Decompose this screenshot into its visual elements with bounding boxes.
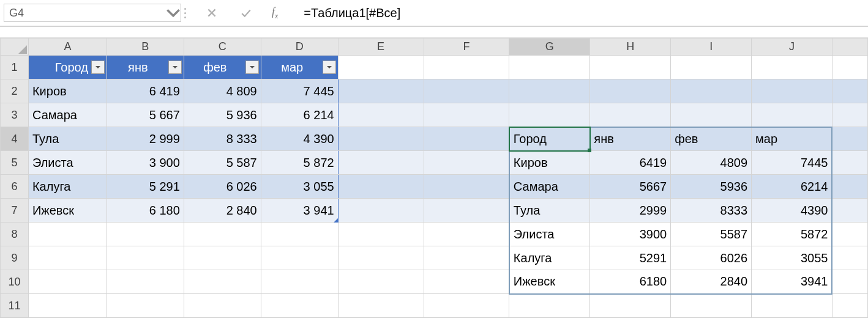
cell[interactable] — [832, 151, 867, 175]
cell[interactable]: 3 900 — [107, 151, 184, 175]
cell[interactable]: 6180 — [590, 270, 671, 294]
cell[interactable] — [184, 270, 261, 294]
cell[interactable] — [832, 199, 867, 223]
cell[interactable] — [832, 79, 867, 103]
cell[interactable] — [509, 103, 590, 127]
row-header-1[interactable]: 1 — [1, 56, 29, 79]
cell-G4-active[interactable]: Город — [509, 127, 590, 151]
cell[interactable] — [424, 199, 509, 223]
cell[interactable]: Киров — [509, 151, 590, 175]
cell[interactable] — [424, 294, 509, 318]
cell[interactable]: 6 180 — [107, 199, 184, 223]
cell[interactable]: 5872 — [752, 223, 832, 246]
cell[interactable]: 6 419 — [107, 79, 184, 103]
cell[interactable] — [338, 103, 424, 127]
col-header-F[interactable]: F — [424, 39, 509, 56]
cell[interactable] — [590, 56, 671, 79]
cell[interactable] — [28, 223, 107, 246]
cell[interactable] — [338, 79, 424, 103]
cell[interactable]: 8333 — [671, 199, 752, 223]
cell[interactable] — [261, 294, 338, 318]
row-header-8[interactable]: 8 — [1, 223, 29, 246]
cell[interactable] — [752, 103, 832, 127]
cell[interactable] — [509, 56, 590, 79]
cell[interactable]: Ижевск — [509, 270, 590, 294]
cell[interactable]: 5667 — [590, 175, 671, 199]
cell[interactable] — [338, 151, 424, 175]
cell[interactable] — [424, 246, 509, 270]
cell[interactable]: Киров — [28, 79, 107, 103]
row-header-6[interactable]: 6 — [1, 175, 29, 199]
fx-icon[interactable]: fx — [272, 6, 278, 21]
row-header-5[interactable]: 5 — [1, 151, 29, 175]
cell[interactable]: 7445 — [752, 151, 832, 175]
cell[interactable] — [424, 151, 509, 175]
cell[interactable]: янв — [590, 127, 671, 151]
cell[interactable] — [338, 223, 424, 246]
cell[interactable]: 3 055 — [261, 175, 338, 199]
cell[interactable] — [338, 294, 424, 318]
cell[interactable] — [752, 79, 832, 103]
cell[interactable]: 4390 — [752, 199, 832, 223]
cell[interactable] — [832, 175, 867, 199]
cell[interactable] — [338, 270, 424, 294]
col-header-I[interactable]: I — [671, 39, 752, 56]
cell[interactable] — [338, 175, 424, 199]
cell[interactable] — [832, 270, 867, 294]
cell[interactable] — [261, 246, 338, 270]
cell[interactable]: 5 872 — [261, 151, 338, 175]
cell[interactable] — [28, 270, 107, 294]
col-header-C[interactable]: C — [184, 39, 261, 56]
table-header-city[interactable]: Город — [28, 56, 107, 79]
table-header-jan[interactable]: янв — [107, 56, 184, 79]
cell[interactable]: 7 445 — [261, 79, 338, 103]
cell[interactable] — [832, 103, 867, 127]
cell[interactable]: 2 840 — [184, 199, 261, 223]
cell[interactable]: Калуга — [28, 175, 107, 199]
worksheet[interactable]: A B C D E F G H I J 1 Город янв фев мар … — [0, 38, 868, 324]
cell[interactable]: 4809 — [671, 151, 752, 175]
cell[interactable]: Тула — [509, 199, 590, 223]
table-header-feb[interactable]: фев — [184, 56, 261, 79]
filter-dropdown-icon[interactable] — [245, 61, 259, 74]
col-header-H[interactable]: H — [590, 39, 671, 56]
cell[interactable] — [832, 127, 867, 151]
cell[interactable] — [671, 103, 752, 127]
cell[interactable]: 5 936 — [184, 103, 261, 127]
cell[interactable] — [107, 294, 184, 318]
cell[interactable]: Тула — [28, 127, 107, 151]
col-header-E[interactable]: E — [338, 39, 424, 56]
row-header-4[interactable]: 4 — [1, 127, 29, 151]
cell[interactable] — [671, 56, 752, 79]
cell[interactable]: 5587 — [671, 223, 752, 246]
cell[interactable]: 3 941 — [261, 199, 338, 223]
cell[interactable] — [107, 223, 184, 246]
cell[interactable] — [832, 294, 867, 318]
cell[interactable]: Самара — [509, 175, 590, 199]
cell[interactable] — [424, 103, 509, 127]
cell[interactable]: 5 667 — [107, 103, 184, 127]
cell[interactable] — [424, 79, 509, 103]
formula-bar-grip-icon[interactable] — [181, 0, 189, 26]
cell[interactable]: Ижевск — [28, 199, 107, 223]
cell[interactable] — [671, 294, 752, 318]
cell[interactable] — [424, 270, 509, 294]
cell[interactable]: 2999 — [590, 199, 671, 223]
cell[interactable] — [424, 175, 509, 199]
formula-input[interactable]: =Таблица1[#Все] — [293, 0, 868, 26]
cell[interactable]: 2 999 — [107, 127, 184, 151]
cell[interactable]: Элиста — [509, 223, 590, 246]
cell[interactable] — [590, 103, 671, 127]
cell[interactable] — [184, 223, 261, 246]
filter-dropdown-icon[interactable] — [91, 61, 105, 74]
cell[interactable] — [752, 56, 832, 79]
cell[interactable] — [752, 294, 832, 318]
cell[interactable] — [338, 127, 424, 151]
cell[interactable] — [184, 294, 261, 318]
cell[interactable] — [184, 246, 261, 270]
cell[interactable]: Самара — [28, 103, 107, 127]
row-header-7[interactable]: 7 — [1, 199, 29, 223]
cell[interactable]: 3055 — [752, 246, 832, 270]
cell[interactable] — [338, 199, 424, 223]
cell[interactable] — [28, 294, 107, 318]
